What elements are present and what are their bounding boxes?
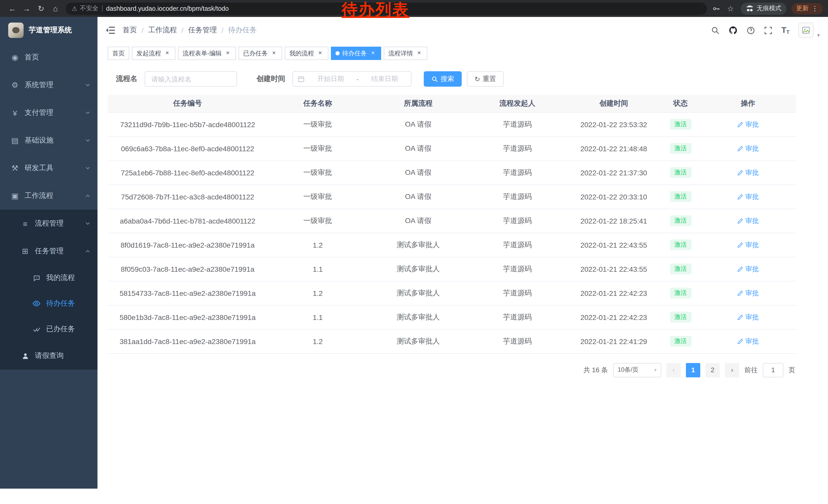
close-icon[interactable]: × xyxy=(416,50,423,57)
close-icon[interactable]: × xyxy=(164,50,171,57)
bookmark-star-icon[interactable]: ☆ xyxy=(726,2,736,15)
address-bar[interactable]: ⚠ 不安全 dashboard.yudao.iocoder.cn/bpm/tas… xyxy=(66,2,707,15)
sidebar-item-label: 已办任务 xyxy=(46,325,75,334)
close-icon[interactable]: × xyxy=(317,50,324,57)
create-time-label: 创建时间 xyxy=(256,74,285,84)
tab-start-process[interactable]: 发起流程 × xyxy=(132,47,175,60)
reset-button[interactable]: ↻ 重置 xyxy=(467,71,504,87)
security-warning[interactable]: ⚠ 不安全 xyxy=(72,4,98,13)
tab-home[interactable]: 首页 xyxy=(108,47,129,60)
github-icon[interactable] xyxy=(729,26,738,35)
sidebar-item-infrastructure[interactable]: ▤ 基础设施 xyxy=(0,127,97,154)
avatar[interactable] xyxy=(798,22,814,38)
prev-page-button[interactable]: ‹ xyxy=(666,363,681,377)
breadcrumb-home[interactable]: 首页 xyxy=(123,26,137,35)
browser-back-icon[interactable]: ← xyxy=(5,2,19,15)
help-icon[interactable] xyxy=(746,26,755,35)
close-icon[interactable]: × xyxy=(369,50,377,57)
next-page-button[interactable]: › xyxy=(725,363,739,377)
omnibox-divider xyxy=(102,5,102,12)
edit-icon xyxy=(737,266,743,272)
search-button[interactable]: 搜索 xyxy=(424,71,462,87)
page-button-2[interactable]: 2 xyxy=(705,363,720,377)
process-name-input[interactable] xyxy=(145,71,237,87)
approve-link[interactable]: 审批 xyxy=(737,264,759,274)
done-task-icon xyxy=(32,325,41,333)
breadcrumb-current: 待办任务 xyxy=(228,26,257,35)
header-task-name: 任务名称 xyxy=(267,95,368,112)
task-id-cell: 381aa1dd-7ac8-11ec-a9e2-a2380e71991a xyxy=(108,329,267,353)
created-time-cell: 2022-01-21 22:41:29 xyxy=(566,329,661,353)
task-name-cell: 1.1 xyxy=(267,305,368,329)
table-row: 069c6a63-7b8a-11ec-8ef0-acde48001122一级审批… xyxy=(108,136,796,161)
goto-label: 前往 xyxy=(744,365,758,374)
close-icon[interactable]: × xyxy=(224,50,232,57)
approve-link[interactable]: 审批 xyxy=(737,120,759,129)
approve-link[interactable]: 审批 xyxy=(737,288,759,297)
approve-link[interactable]: 审批 xyxy=(737,144,759,153)
end-date-input[interactable]: 结束日期 xyxy=(363,74,406,84)
edit-icon xyxy=(737,290,743,296)
browser-home-icon[interactable]: ⌂ xyxy=(48,2,63,15)
sidebar-item-leave-query[interactable]: 请假查询 xyxy=(0,342,97,370)
table-header-row: 任务编号 任务名称 所属流程 流程发起人 创建时间 状态 操作 xyxy=(108,95,796,112)
key-icon[interactable] xyxy=(712,4,720,12)
sidebar-item-process-manage[interactable]: ≡ 流程管理 xyxy=(0,210,97,237)
page-size-select[interactable]: 10条/页 ▾ xyxy=(613,363,661,377)
page-button-1[interactable]: 1 xyxy=(686,363,700,377)
avatar-caret-icon[interactable]: ▾ xyxy=(817,32,820,38)
sidebar-item-payment[interactable]: ¥ 支付管理 xyxy=(0,99,97,127)
sidebar-item-system[interactable]: ⚙ 系统管理 xyxy=(0,71,97,99)
fullscreen-icon[interactable] xyxy=(764,26,773,35)
app-header: 首页 / 工作流程 / 任务管理 / 待办任务 xyxy=(97,17,828,44)
breadcrumb-workflow[interactable]: 工作流程 xyxy=(148,26,177,35)
task-name-cell: 1.2 xyxy=(267,233,368,257)
tab-label: 我的流程 xyxy=(289,49,314,58)
browser-menu-icon[interactable]: ⋮ xyxy=(812,5,818,12)
edit-icon xyxy=(737,145,743,151)
sidebar-item-home[interactable]: ◉ 首页 xyxy=(0,44,97,71)
approve-link[interactable]: 审批 xyxy=(737,216,759,225)
browser-forward-icon[interactable]: → xyxy=(19,2,34,15)
breadcrumb-task-manage[interactable]: 任务管理 xyxy=(188,26,217,35)
goto-page-input[interactable] xyxy=(763,363,783,377)
action-cell: 审批 xyxy=(700,136,796,161)
sidebar-item-workflow[interactable]: ▣ 工作流程 xyxy=(0,182,97,210)
sidebar-item-done-task[interactable]: 已办任务 xyxy=(0,316,97,342)
tab-label: 发起流程 xyxy=(136,49,161,58)
start-date-input[interactable]: 开始日期 xyxy=(309,74,353,84)
task-id-cell: 069c6a63-7b8a-11ec-8ef0-acde48001122 xyxy=(108,136,267,161)
approve-link[interactable]: 审批 xyxy=(737,192,759,201)
sidebar-toggle-icon[interactable] xyxy=(106,26,115,34)
browser-reload-icon[interactable]: ↻ xyxy=(34,2,48,15)
approve-link[interactable]: 审批 xyxy=(737,336,759,346)
status-cell: 激活 xyxy=(661,185,700,209)
task-name-cell: 1.2 xyxy=(267,329,368,353)
close-icon[interactable]: × xyxy=(271,50,278,57)
approve-link[interactable]: 审批 xyxy=(737,168,759,177)
sidebar-item-task-manage[interactable]: ⊞ 任务管理 xyxy=(0,237,97,265)
approve-link[interactable]: 审批 xyxy=(737,240,759,249)
todo-eye-icon xyxy=(32,300,41,308)
search-icon[interactable] xyxy=(711,26,720,35)
update-button[interactable]: 更新 ⋮ xyxy=(792,3,823,14)
sidebar-item-devtools[interactable]: ⚒ 研发工具 xyxy=(0,154,97,182)
process-name-cell: OA 请假 xyxy=(368,185,469,209)
approve-link[interactable]: 审批 xyxy=(737,313,759,322)
sidebar-item-my-process[interactable]: 我的流程 xyxy=(0,265,97,291)
url-text[interactable]: dashboard.yudao.iocoder.cn/bpm/task/todo xyxy=(106,5,229,12)
sidebar-item-todo-task[interactable]: 待办任务 xyxy=(0,291,97,316)
date-range-picker[interactable]: 开始日期 - 结束日期 xyxy=(292,71,411,87)
task-name-cell: 1.1 xyxy=(267,257,368,281)
task-id-cell: 8f0d1619-7ac8-11ec-a9e2-a2380e71991a xyxy=(108,233,267,257)
process-name-cell: OA 请假 xyxy=(368,161,469,185)
task-name-cell: 一级审批 xyxy=(267,112,368,136)
sidebar-item-label: 我的流程 xyxy=(46,273,75,282)
logo[interactable]: 芋道管理系统 xyxy=(0,17,97,44)
tab-todo-task[interactable]: 待办任务 × xyxy=(331,47,381,60)
tab-done-task[interactable]: 已办任务 × xyxy=(239,47,282,60)
tab-my-process[interactable]: 我的流程 × xyxy=(285,47,328,60)
font-size-icon[interactable]: TT xyxy=(781,26,790,35)
tab-process-detail[interactable]: 流程详情 × xyxy=(384,47,427,60)
tab-form-edit[interactable]: 流程表单-编辑 × xyxy=(178,47,236,60)
